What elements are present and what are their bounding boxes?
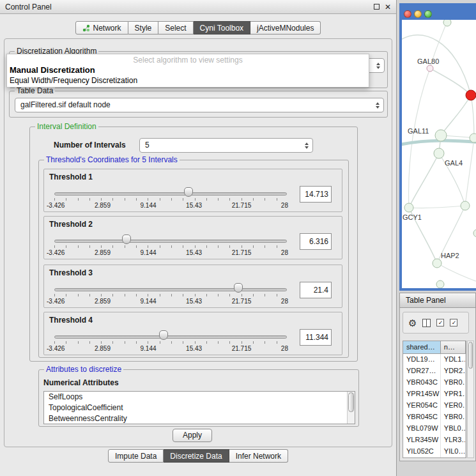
column-header-name[interactable]: n… (441, 341, 466, 354)
node-label: GAL11 (408, 127, 429, 135)
mac-close-icon[interactable] (404, 10, 411, 18)
tab-select[interactable]: Select (158, 21, 193, 35)
dropdown-option-manual-discretization[interactable]: Manual Discretization (7, 65, 369, 75)
table-cell[interactable]: YIL052C (403, 446, 441, 457)
table-row: YLR345WYLR3… (403, 434, 466, 446)
network-edge[interactable] (437, 263, 476, 283)
tab-impute-data[interactable]: Impute Data (108, 449, 164, 463)
table-cell[interactable]: YBL0… (441, 423, 466, 434)
attributes-scrollbar[interactable] (347, 392, 355, 424)
combo-stepper-icon (305, 142, 309, 149)
threshold-2-value-field[interactable]: 6.316 (300, 233, 332, 250)
threshold-1-value-field[interactable]: 14.713 (300, 186, 332, 203)
node-label: GCY1 (403, 213, 422, 221)
numerical-attributes-list[interactable]: SelfLoopsTopologicalCoefficientBetweenne… (43, 391, 355, 424)
float-window-icon[interactable] (374, 4, 380, 10)
network-edge[interactable] (409, 68, 430, 208)
table-data-combobox[interactable]: galFiltered.sif default node (15, 98, 384, 112)
slider-track (54, 192, 287, 196)
network-edge[interactable] (441, 95, 471, 135)
scrollbar-thumb[interactable] (468, 342, 473, 369)
number-of-intervals-label: Number of Intervals (54, 141, 126, 150)
mac-zoom-icon[interactable] (424, 10, 432, 18)
window-controls (404, 10, 432, 18)
table-cell[interactable]: YLR345W (403, 434, 441, 446)
table-cell[interactable]: YER0… (441, 400, 466, 411)
network-node[interactable] (435, 130, 447, 141)
network-edge[interactable] (409, 153, 439, 208)
threshold-3-slider[interactable] (54, 283, 287, 293)
threshold-4-slider[interactable] (54, 330, 287, 341)
network-node[interactable] (443, 20, 451, 26)
network-node[interactable] (473, 229, 476, 237)
threshold-label: Threshold 3 (49, 268, 93, 277)
table-cell[interactable]: YDL19… (403, 354, 441, 365)
table-cell[interactable]: YBR0… (441, 411, 466, 423)
table-cell[interactable]: YBR045C (403, 411, 441, 423)
table-panel-header[interactable]: Table Panel (399, 293, 476, 308)
table-cell[interactable]: YLR3… (441, 434, 466, 446)
network-node[interactable] (434, 148, 444, 158)
network-node[interactable] (466, 90, 476, 100)
threshold-2-slider[interactable] (54, 234, 287, 245)
network-canvas[interactable]: GAL80GAL11GAL4GCY1HAP2 (402, 20, 476, 288)
scale-label: 15.43 (186, 298, 202, 305)
combo-stepper-icon (376, 63, 380, 69)
network-edge[interactable] (409, 206, 465, 208)
network-node[interactable] (461, 201, 470, 210)
network-node[interactable] (436, 280, 444, 288)
threshold-1-slider[interactable] (54, 187, 287, 197)
table-cell[interactable]: YBR0… (441, 377, 466, 388)
table-scrollbar[interactable] (467, 341, 474, 458)
tab-network[interactable]: Network (75, 21, 128, 35)
network-edge[interactable] (465, 138, 474, 206)
table-cell[interactable]: YBL079W (403, 423, 441, 434)
threshold-4-value-field[interactable]: 11.344 (300, 329, 332, 346)
attribute-list-item[interactable]: BetweennessCentrality (44, 413, 355, 424)
table-cell[interactable]: YER054C (403, 400, 441, 411)
scrollbar-thumb[interactable] (348, 392, 354, 412)
slider-track (54, 240, 287, 243)
threshold-3-value-field[interactable]: 21.4 (300, 282, 332, 298)
apply-button[interactable]: Apply (173, 429, 212, 442)
select-columns-checkbox-icon[interactable]: ✓ (436, 319, 444, 326)
table-cell[interactable]: YDR2… (441, 365, 466, 377)
table-cell[interactable]: YBR043C (403, 377, 441, 388)
gear-icon[interactable]: ⚙ (408, 318, 417, 328)
slider-thumb[interactable] (159, 330, 168, 340)
close-icon[interactable]: ✕ (385, 4, 391, 10)
network-edge[interactable] (430, 68, 471, 95)
table-cell[interactable]: YDL1… (441, 354, 466, 365)
slider-thumb[interactable] (184, 187, 193, 197)
table-cell[interactable]: YDR27… (403, 365, 441, 377)
tab-style[interactable]: Style (128, 21, 159, 35)
tab-discretize-data[interactable]: Discretize Data (164, 449, 229, 463)
network-node[interactable] (404, 203, 413, 212)
network-edge[interactable] (402, 141, 476, 145)
column-header-shared-name[interactable]: shared… (403, 341, 441, 354)
tab-cyni-toolbox[interactable]: Cyni Toolbox (194, 21, 250, 35)
select-rows-checkbox-icon[interactable]: ✓ (450, 319, 457, 326)
network-node[interactable] (433, 259, 441, 268)
number-of-intervals-combobox[interactable]: 5 (139, 138, 313, 153)
columns-icon[interactable] (422, 319, 431, 327)
slider-thumb[interactable] (234, 283, 243, 293)
slider-thumb[interactable] (122, 234, 131, 244)
table-cell[interactable]: YPR1… (441, 388, 466, 400)
table-row: YIL052CYIL0… (403, 446, 466, 457)
network-node[interactable] (470, 134, 476, 142)
network-edge[interactable] (471, 95, 474, 138)
table-cell[interactable]: YIL0… (441, 446, 466, 457)
table-row: YDR27…YDR2… (403, 365, 466, 377)
combo-stepper-icon (376, 102, 380, 109)
scale-label: -3.426 (47, 249, 65, 256)
tab-jactivemnodules[interactable]: jActiveMNodules (250, 21, 321, 35)
network-node[interactable] (427, 65, 433, 72)
dropdown-option-equal-width-frequency[interactable]: Equal Width/Frequency Discretization (7, 75, 369, 86)
mac-minimize-icon[interactable] (414, 10, 422, 18)
attribute-list-item[interactable]: SelfLoops (44, 392, 355, 403)
attribute-list-item[interactable]: TopologicalCoefficient (44, 403, 355, 413)
table-panel: ⚙ ✓ ✓ shared… n… YDL19…YDL1…YDR27…YDR2…Y… (399, 308, 476, 461)
tab-infer-network[interactable]: Infer Network (229, 449, 288, 463)
table-cell[interactable]: YPR145W (403, 388, 441, 400)
